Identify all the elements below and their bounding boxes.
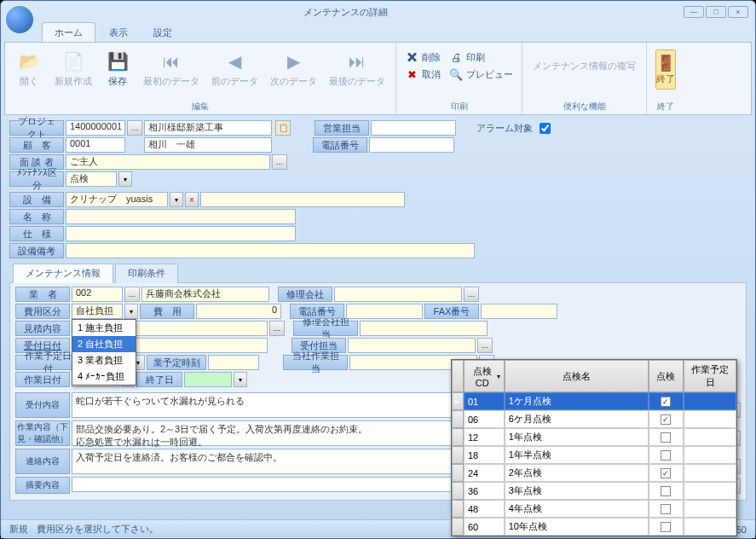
interviewer-field[interactable]: ご主人 — [66, 154, 270, 170]
equip-dropdown-button[interactable]: ▾ — [170, 192, 183, 207]
alarm-checkbox[interactable] — [540, 123, 551, 134]
last-button[interactable]: ⏭最後のデータ — [324, 46, 390, 90]
grid-cell-check[interactable] — [649, 464, 684, 482]
grid-cell-check[interactable] — [649, 446, 684, 464]
name-label: 名 称 — [9, 209, 64, 224]
interviewer-lookup-button[interactable]: … — [272, 154, 287, 170]
repair-co-lookup-button[interactable]: … — [464, 287, 479, 302]
cost-class-option[interactable]: 4 ﾒｰｶｰ負担 — [72, 368, 136, 385]
save-button[interactable]: 💾保存 — [99, 46, 136, 90]
phone-field[interactable] — [369, 137, 454, 153]
project-detail-button[interactable]: 📋 — [275, 120, 291, 136]
copy-maint-button[interactable]: メンテナンス情報の複写 — [528, 46, 641, 74]
project-lookup-button[interactable]: … — [127, 120, 142, 136]
equip-note-field[interactable] — [66, 243, 475, 258]
summary-label: 摘要内容 — [15, 477, 70, 494]
cost-class-option[interactable]: 3 業者負担 — [72, 352, 136, 368]
project-code-field[interactable]: 1400000001 — [66, 120, 125, 136]
repair-phone-field[interactable] — [346, 304, 423, 319]
grid-cell-cd: 60 — [464, 518, 505, 536]
work-content-label: 作業内容（下見・確認他） — [15, 420, 70, 446]
project-name-field[interactable]: 相川様邸新築工事 — [144, 120, 272, 136]
tab-home[interactable]: ホーム — [42, 22, 95, 42]
customer-name-field[interactable]: 相川 一雄 — [144, 137, 272, 153]
preview-button[interactable]: 🔍プレビュー — [446, 67, 517, 82]
open-button[interactable]: 📂開く — [10, 46, 48, 90]
repair-co-label: 修理会社 — [278, 287, 332, 302]
subtab-print-cond[interactable]: 印刷条件 — [115, 264, 178, 283]
recv-rep-field[interactable] — [348, 338, 476, 353]
grid-cell-check[interactable] — [649, 482, 684, 500]
inspection-popup-grid: 点検CD ▾点検名点検作業予定日▸011ケ月点検066ケ月点検121年点検181… — [451, 359, 737, 536]
grid-cell-check[interactable] — [649, 410, 684, 428]
cost-class-dropdown-button[interactable]: ▾ — [124, 304, 138, 319]
grid-cell-check[interactable] — [649, 518, 684, 536]
grid-header-plan-date[interactable]: 作業予定日 — [684, 360, 736, 392]
fax-field[interactable] — [481, 304, 557, 319]
group-print-label: 印刷 — [401, 99, 517, 113]
work-plan-date-label: 作業予定日付 — [15, 355, 80, 370]
cost-class-field[interactable]: 自社負担 — [72, 304, 123, 319]
grid-header-cd[interactable]: 点検CD ▾ — [464, 360, 505, 392]
close-window-button[interactable]: × — [728, 6, 748, 18]
tab-view[interactable]: 表示 — [97, 23, 140, 42]
recv-rep-lookup-button[interactable]: … — [477, 338, 493, 353]
equip-field[interactable]: クリナップ yuasis — [66, 192, 168, 207]
maximize-button[interactable]: □ — [706, 6, 726, 18]
grid-row[interactable]: ▸011ケ月点検 — [452, 392, 736, 410]
grid-row[interactable]: 181年半点検 — [452, 446, 736, 464]
cost-label: 費 用 — [140, 304, 194, 319]
grid-cell-check[interactable] — [649, 392, 684, 410]
cost-class-option[interactable]: 1 施主負担 — [72, 320, 136, 336]
tab-settings[interactable]: 設定 — [141, 23, 184, 42]
name-field[interactable] — [66, 209, 296, 224]
repair-co-field[interactable] — [334, 287, 462, 302]
spec-field[interactable] — [66, 226, 296, 241]
grid-header-check[interactable]: 点検 — [649, 360, 684, 392]
status-hint: 費用区分を選択して下さい。 — [37, 523, 159, 536]
maint-class-field[interactable]: 点検 — [66, 171, 117, 187]
grid-row[interactable]: 242年点検 — [452, 464, 736, 482]
customer-code-field[interactable]: 0001 — [66, 137, 125, 153]
grid-cell-date — [684, 464, 736, 482]
subtab-maint-info[interactable]: メンテナンス情報 — [13, 264, 113, 283]
grid-row[interactable]: 066ケ月点検 — [452, 410, 736, 428]
grid-row[interactable]: 363年点検 — [452, 482, 736, 500]
cost-class-label: 費用区分 — [15, 304, 70, 319]
grid-cell-name: 6ケ月点検 — [505, 410, 649, 428]
end-date-calendar-button[interactable]: ▾ — [234, 372, 247, 387]
app-icon — [6, 6, 33, 33]
row-indicator — [452, 500, 464, 518]
grid-row[interactable]: 121年点検 — [452, 428, 736, 446]
minimize-button[interactable]: — — [684, 6, 704, 18]
prev-button[interactable]: ◀前のデータ — [206, 46, 263, 90]
vendor-name-field[interactable]: 兵藤商会株式会社 — [141, 287, 269, 302]
vendor-code-field[interactable]: 002 — [72, 287, 123, 302]
grid-cell-check[interactable] — [649, 500, 684, 518]
grid-header-name[interactable]: 点検名 — [505, 360, 649, 392]
first-button[interactable]: ⏮最初のデータ — [138, 46, 205, 90]
new-button[interactable]: 📄新規作成 — [49, 46, 97, 90]
delete-button[interactable]: 🗙削除 — [401, 49, 444, 65]
close-app-button[interactable]: 🚪終了 — [655, 49, 676, 90]
equip-clear-button[interactable]: × — [185, 192, 199, 207]
end-date-field[interactable] — [184, 372, 232, 387]
maint-class-dropdown-button[interactable]: ▾ — [118, 171, 132, 187]
grid-cell-check[interactable] — [649, 428, 684, 446]
vendor-label: 業 者 — [15, 287, 70, 302]
vendor-lookup-button[interactable]: … — [124, 287, 140, 302]
grid-row[interactable]: 484年点検 — [452, 500, 736, 518]
grid-row[interactable]: 6010年点検 — [452, 518, 736, 536]
sales-rep-field[interactable] — [371, 120, 456, 136]
print-button[interactable]: 🖨印刷 — [446, 49, 517, 65]
next-button[interactable]: ▶次のデータ — [265, 46, 322, 90]
work-plan-time-field[interactable] — [208, 355, 259, 370]
repair-rep-field[interactable] — [360, 321, 488, 336]
status-mode: 新規 — [9, 523, 28, 536]
cancel-button[interactable]: ✖取消 — [401, 67, 444, 82]
quote-lookup-button[interactable]: … — [269, 321, 285, 336]
cost-class-option[interactable]: 2 自社負担 — [72, 336, 136, 352]
grid-cell-cd: 12 — [464, 428, 505, 446]
cost-field[interactable]: 0 — [196, 304, 281, 319]
equip-extra-field[interactable] — [200, 192, 405, 207]
